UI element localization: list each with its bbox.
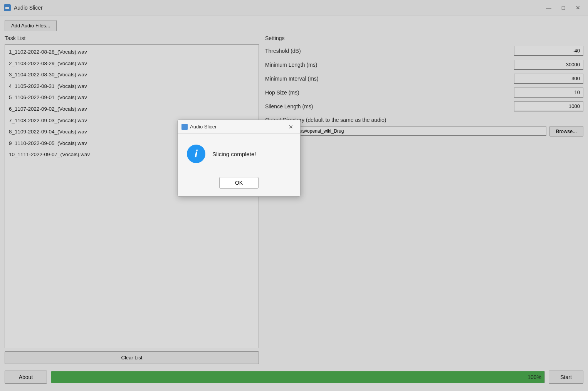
modal-app-icon	[181, 124, 188, 130]
modal-titlebar: Audio Slicer ✕	[178, 120, 300, 134]
modal-footer: OK	[178, 174, 300, 196]
modal-title: Audio Slicer	[190, 124, 217, 130]
info-icon: i	[187, 145, 205, 163]
info-icon-symbol: i	[195, 148, 198, 159]
modal-body: i Slicing complete!	[178, 134, 300, 174]
modal-ok-button[interactable]: OK	[219, 177, 259, 189]
modal-dialog: Audio Slicer ✕ i Slicing complete! OK	[177, 120, 301, 197]
modal-titlebar-left: Audio Slicer	[181, 124, 217, 130]
modal-close-button[interactable]: ✕	[286, 122, 296, 131]
modal-message: Slicing complete!	[212, 151, 256, 157]
modal-overlay: Audio Slicer ✕ i Slicing complete! OK	[0, 0, 588, 391]
